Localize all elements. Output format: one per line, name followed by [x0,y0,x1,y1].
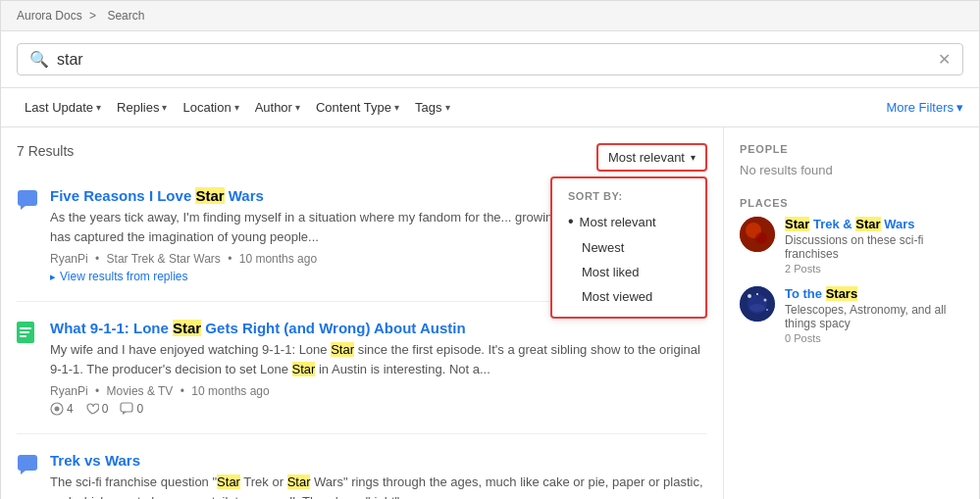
chevron-down-icon: ▾ [445,102,450,113]
main-content: 7 Results Most relevant ▾ SORT BY: Most … [1,127,979,499]
sort-dropdown-heading: SORT BY: [552,186,705,208]
svg-point-17 [749,304,765,312]
place-posts: 2 Posts [785,263,963,274]
svg-marker-7 [21,471,26,474]
svg-rect-0 [18,190,37,206]
result-item: What 9-1-1: Lone Star Gets Right (and Wr… [17,320,707,434]
people-section-title: PEOPLE [740,143,963,155]
places-section-title: PLACES [740,197,963,209]
place-description: Discussions on these sci-fi franchises [785,233,963,261]
breadcrumb-home[interactable]: Aurora Docs [17,9,82,23]
chevron-down-icon: ▸ [50,271,56,283]
svg-point-14 [755,232,767,244]
results-header: 7 Results Most relevant ▾ SORT BY: Most … [17,143,707,172]
chevron-down-icon: ▾ [234,102,239,113]
filter-content-type[interactable]: Content Type ▾ [308,96,407,119]
comments-stat: 0 [120,402,143,416]
svg-rect-6 [18,455,37,471]
place-description: Telescopes, Astronomy, and all things sp… [785,303,963,330]
people-empty: No results found [740,163,963,177]
sort-dropdown: SORT BY: Most relevant Newest Most liked… [550,176,707,319]
result-author: RyanPi [50,384,88,398]
filter-author[interactable]: Author ▾ [247,96,308,119]
result-time: 10 months ago [239,252,317,266]
article-icon [17,322,40,345]
results-count: 7 Results [17,143,596,159]
result-body: Trek vs Wars The sci-fi franchise questi… [50,452,707,499]
result-excerpt: The sci-fi franchise question "Star Trek… [50,473,707,499]
sort-option-most-relevant[interactable]: Most relevant [552,208,705,235]
sort-container: Most relevant ▾ SORT BY: Most relevant N… [596,143,707,172]
chevron-down-icon: ▾ [162,102,167,113]
page-wrapper: Aurora Docs > Search 🔍 ✕ Last Update ▾ R… [0,0,980,499]
result-item: Trek vs Wars The sci-fi franchise questi… [17,452,707,499]
result-time: 10 months ago [191,384,269,398]
filter-location[interactable]: Location ▾ [175,96,246,119]
result-category: Movies & TV [107,384,174,398]
sort-option-most-viewed[interactable]: Most viewed [552,284,705,309]
chevron-down-icon: ▾ [96,102,101,113]
breadcrumb: Aurora Docs > Search [1,1,979,31]
svg-marker-1 [21,206,26,210]
result-body: What 9-1-1: Lone Star Gets Right (and Wr… [50,320,707,416]
place-item: Star Trek & Star Wars Discussions on the… [740,217,963,274]
place-avatar [740,286,775,322]
place-info: To the Stars Telescopes, Astronomy, and … [785,286,963,344]
people-section: PEOPLE No results found [740,143,963,177]
filter-last-update[interactable]: Last Update ▾ [17,96,109,119]
sort-label: Most relevant [608,150,685,165]
result-meta: RyanPi • Movies & TV • 10 months ago [50,384,707,398]
place-avatar [740,217,775,252]
svg-point-3 [55,407,60,412]
result-title[interactable]: What 9-1-1: Lone Star Gets Right (and Wr… [50,320,707,336]
results-panel: 7 Results Most relevant ▾ SORT BY: Most … [1,127,724,499]
place-name[interactable]: Star Trek & Star Wars [785,217,963,231]
view-replies-button[interactable]: ▸ View results from replies [50,270,188,283]
likes-stat: 0 [85,402,109,416]
views-stat: 4 [50,402,74,416]
result-excerpt: My wife and I have enjoyed watching 9-1-… [50,340,707,378]
search-input[interactable] [57,51,938,69]
clear-search-icon[interactable]: ✕ [938,50,951,69]
place-posts: 0 Posts [785,332,963,344]
sort-button[interactable]: Most relevant ▾ [596,143,707,172]
result-actions: 4 0 0 [50,402,707,416]
result-author: RyanPi [50,252,88,266]
breadcrumb-current: Search [107,9,144,23]
discussion-icon [17,454,40,477]
chevron-down-icon: ▾ [295,102,300,113]
sidebar-panel: PEOPLE No results found PLACES [724,127,979,499]
search-bar-container: 🔍 ✕ [1,31,979,88]
search-bar: 🔍 ✕ [17,43,963,75]
filter-tags[interactable]: Tags ▾ [407,96,457,119]
chevron-down-icon: ▾ [691,152,696,163]
filters-row: Last Update ▾ Replies ▾ Location ▾ Autho… [1,88,979,127]
places-section: PLACES Star Trek & Star Wars [740,197,963,344]
svg-point-21 [766,309,768,311]
search-icon: 🔍 [29,50,49,69]
result-title[interactable]: Trek vs Wars [50,452,707,469]
place-info: Star Trek & Star Wars Discussions on the… [785,217,963,274]
svg-rect-4 [121,403,132,412]
sort-option-newest[interactable]: Newest [552,235,705,260]
place-item: To the Stars Telescopes, Astronomy, and … [740,286,963,344]
more-filters-button[interactable]: More Filters ▾ [886,100,963,115]
sort-option-most-liked[interactable]: Most liked [552,260,705,284]
svg-point-20 [756,293,758,295]
svg-point-19 [764,299,767,302]
chevron-down-icon: ▾ [394,102,399,113]
discussion-icon [17,189,40,213]
place-name[interactable]: To the Stars [785,286,963,301]
filter-replies[interactable]: Replies ▾ [109,96,175,119]
result-category: Star Trek & Star Wars [107,252,221,266]
svg-point-18 [748,294,751,298]
chevron-down-icon: ▾ [956,100,963,115]
breadcrumb-separator: > [89,9,96,23]
